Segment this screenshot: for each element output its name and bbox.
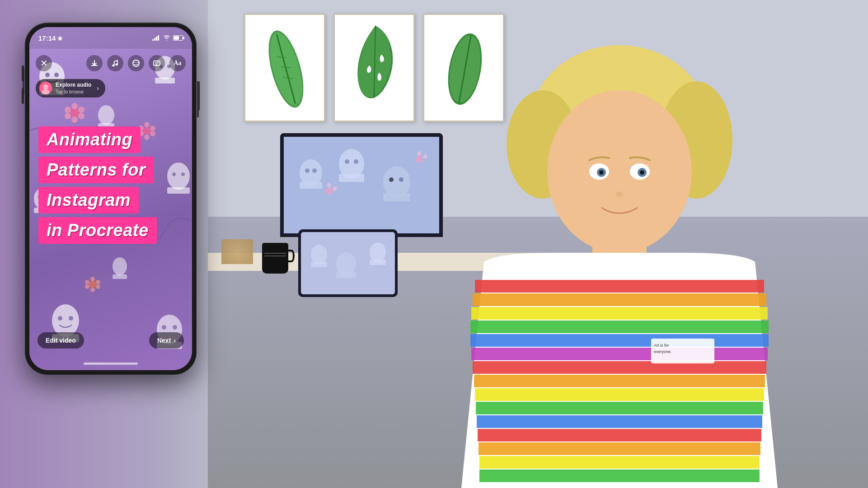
- music-icon: [111, 59, 119, 67]
- caption-icon: [153, 59, 161, 67]
- svg-point-33: [311, 245, 327, 265]
- svg-rect-109: [154, 38, 155, 41]
- svg-point-27: [327, 183, 331, 187]
- download-button[interactable]: [86, 55, 103, 71]
- svg-point-79: [98, 105, 114, 125]
- volume-down-button[interactable]: [22, 88, 24, 104]
- close-button[interactable]: ✕: [36, 55, 52, 71]
- audio-subtitle: Tap to browse: [56, 89, 91, 95]
- svg-point-87: [71, 116, 78, 123]
- status-time: 17:14: [38, 34, 63, 42]
- mug-text-line1: [264, 253, 286, 254]
- sticker-button[interactable]: [128, 55, 144, 71]
- status-icons: [152, 35, 183, 41]
- svg-point-77: [162, 325, 166, 330]
- phone-bottom-bar: [29, 357, 192, 370]
- svg-point-112: [113, 65, 115, 67]
- desk-tablet: [298, 229, 398, 297]
- audio-title: Explore audio: [56, 82, 91, 89]
- svg-text:everyone.: everyone.: [654, 349, 672, 354]
- phone-shell: 17:14: [25, 23, 197, 375]
- title-line-1: Animating: [38, 126, 141, 153]
- volume-up-button[interactable]: [22, 65, 24, 81]
- audio-arrow-icon: ›: [97, 84, 99, 92]
- svg-point-113: [116, 64, 118, 66]
- story-toolbar: ✕: [29, 52, 192, 74]
- wicker-basket-1: [221, 239, 253, 264]
- title-blocks: Animating Patterns for Instagram in Proc…: [29, 126, 192, 244]
- bottom-actions: Edit video Next ›: [29, 332, 192, 349]
- title-line-2: Patterns for: [38, 157, 154, 183]
- text-button[interactable]: Aa: [169, 55, 186, 71]
- next-label: Next: [157, 337, 171, 344]
- svg-text:Art is for: Art is for: [654, 343, 669, 348]
- svg-point-52: [599, 170, 604, 175]
- audio-banner-text: Explore audio Tap to browse: [56, 82, 91, 95]
- svg-point-26: [325, 187, 333, 195]
- mug-handle: [288, 250, 295, 262]
- svg-point-85: [78, 107, 84, 113]
- toolbar-right: Aa: [86, 55, 186, 71]
- svg-point-37: [370, 242, 386, 262]
- svg-point-86: [78, 113, 84, 119]
- svg-rect-19: [339, 174, 364, 182]
- svg-point-83: [70, 108, 79, 117]
- svg-point-81: [113, 257, 127, 275]
- tablet-pattern: [301, 232, 395, 294]
- svg-point-78: [173, 325, 177, 330]
- svg-point-16: [305, 168, 310, 173]
- title-line-4: in Procreate: [38, 217, 157, 244]
- svg-point-17: [312, 168, 317, 173]
- svg-rect-111: [158, 35, 159, 41]
- phone-container: 17:14: [16, 5, 206, 397]
- svg-point-99: [96, 280, 100, 284]
- svg-point-35: [336, 252, 356, 275]
- edit-video-button[interactable]: Edit video: [38, 332, 84, 349]
- sticker-icon: [132, 59, 140, 67]
- location-icon: [57, 35, 63, 41]
- leaf-frame-1: [244, 14, 325, 122]
- svg-rect-82: [113, 274, 127, 279]
- download-icon: [90, 59, 99, 67]
- battery-icon: [173, 35, 183, 41]
- svg-point-97: [89, 281, 96, 288]
- svg-rect-110: [156, 37, 157, 41]
- leaf-art-1: [249, 19, 323, 120]
- home-indicator[interactable]: [84, 363, 138, 365]
- audio-avatar-image: [39, 82, 52, 94]
- svg-rect-15: [300, 182, 322, 189]
- svg-point-74: [69, 316, 73, 321]
- next-button[interactable]: Next ›: [149, 332, 184, 349]
- caption-button[interactable]: [149, 55, 165, 71]
- svg-point-102: [85, 284, 89, 289]
- desk-decor: [221, 239, 253, 264]
- svg-point-28: [333, 186, 337, 191]
- svg-rect-36: [336, 272, 356, 278]
- wifi-icon: [163, 35, 170, 41]
- svg-point-100: [96, 284, 100, 289]
- svg-rect-38: [370, 260, 386, 265]
- svg-point-88: [65, 113, 71, 119]
- status-bar: 17:14: [29, 27, 192, 49]
- svg-point-53: [640, 170, 644, 175]
- tablet-screen: [301, 232, 395, 294]
- next-arrow-icon: ›: [174, 337, 176, 344]
- svg-rect-108: [152, 39, 154, 41]
- svg-point-43: [547, 90, 692, 253]
- svg-point-21: [354, 159, 358, 164]
- svg-point-98: [90, 277, 95, 281]
- svg-point-121: [43, 84, 48, 90]
- power-button[interactable]: [197, 81, 200, 111]
- audio-avatar: [39, 82, 52, 94]
- svg-point-103: [85, 280, 89, 284]
- svg-point-114: [133, 60, 139, 66]
- skillshare-mug: [262, 243, 288, 274]
- svg-point-20: [345, 159, 349, 164]
- person-silhouette: Art is for everyone.: [371, 0, 868, 488]
- time-display: 17:14: [38, 34, 56, 42]
- svg-point-89: [65, 107, 71, 113]
- svg-rect-60: [155, 78, 175, 84]
- signal-icon: [152, 35, 160, 41]
- music-button[interactable]: [107, 55, 123, 71]
- audio-banner[interactable]: Explore audio Tap to browse ›: [36, 79, 105, 98]
